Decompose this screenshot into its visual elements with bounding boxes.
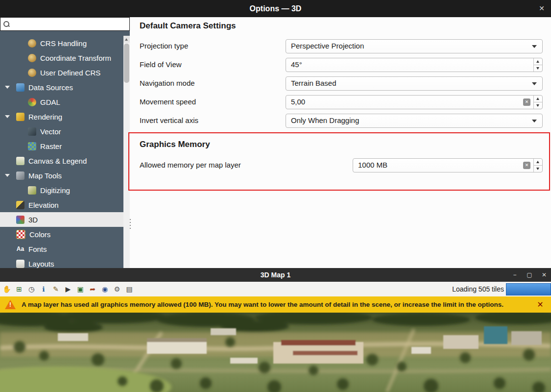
allowed-memory-label: Allowed memory per map layer — [140, 161, 241, 169]
save-image-icon[interactable]: ▣ — [75, 284, 85, 294]
spinner-value: 1000 MB — [358, 161, 387, 169]
scrollbar-thumb[interactable] — [124, 44, 129, 83]
export-scene-icon[interactable]: ➦ — [88, 284, 97, 294]
play-animation-icon[interactable]: ▶ — [63, 284, 73, 294]
sidebar-item-layouts[interactable]: Layouts — [0, 256, 130, 268]
clear-value-icon[interactable] — [523, 98, 530, 106]
sidebar-item-raster[interactable]: Raster — [0, 139, 130, 153]
sidebar-search — [0, 17, 130, 31]
navigation-mode-select[interactable]: Terrain Based — [286, 76, 543, 91]
sidebar-item-label: Raster — [40, 142, 62, 150]
splitter-handle[interactable] — [129, 218, 132, 229]
gdal-icon — [28, 98, 36, 106]
elevation-icon — [16, 201, 24, 209]
sidebar-item-fonts[interactable]: Fonts — [0, 242, 130, 256]
selected-value: Terrain Based — [291, 79, 336, 87]
maximize-icon[interactable]: ▢ — [526, 271, 533, 278]
animation-clock-icon[interactable]: ◷ — [26, 284, 36, 294]
allowed-memory-spinner[interactable]: 1000 MB — [353, 158, 543, 172]
field-of-view-label: Field of View — [140, 60, 182, 69]
field-of-view-spinner[interactable]: 45° — [286, 58, 543, 72]
map-window-title: 3D Map 1 — [261, 271, 290, 279]
options-3d-panel: Default Camera Settings Projection type … — [130, 17, 551, 268]
crs-icon — [28, 69, 36, 77]
allowed-memory-row: Allowed memory per map layer 1000 MB — [140, 158, 543, 172]
sidebar-item-3d[interactable]: 3D — [0, 212, 130, 227]
spinner-value: 45° — [291, 60, 302, 69]
sidebar-item-crs-handling[interactable]: CRS Handling — [0, 36, 130, 50]
search-icon — [3, 21, 9, 27]
sidebar-item-label: Digitizing — [40, 186, 70, 195]
sidebar-scrollbar[interactable] — [123, 36, 130, 268]
minimize-icon[interactable]: − — [511, 271, 519, 278]
settings-wrench-icon[interactable]: ⚙ — [112, 284, 122, 294]
map-3d-viewport[interactable] — [0, 313, 551, 392]
spin-buttons-icon[interactable] — [533, 58, 542, 72]
raster-icon — [28, 142, 36, 150]
rendering-icon — [16, 113, 24, 121]
window-title: Options — 3D — [250, 4, 302, 13]
pan-tool-icon[interactable]: ✋ — [2, 284, 12, 294]
sidebar-item-vector[interactable]: Vector — [0, 124, 130, 139]
digitizing-icon — [28, 186, 36, 195]
projection-type-select[interactable]: Perspective Projection — [286, 39, 543, 53]
field-of-view-row: Field of View 45° — [140, 58, 543, 72]
zoom-full-icon[interactable]: ⊞ — [14, 284, 24, 294]
crs-icon — [28, 54, 36, 62]
sidebar-item-label: Fonts — [28, 245, 47, 253]
dismiss-warning-icon[interactable]: ✕ — [535, 300, 545, 310]
options-titlebar: Options — 3D ✕ — [0, 0, 551, 17]
projection-type-label: Projection type — [140, 42, 188, 50]
chevron-down-icon[interactable] — [5, 174, 10, 177]
sidebar-item-elevation[interactable]: Elevation — [0, 197, 130, 212]
sidebar-item-label: Rendering — [28, 113, 62, 121]
options-dialog: CRS Handling Coordinate Transform User D… — [0, 17, 551, 268]
chevron-down-icon[interactable] — [5, 86, 10, 89]
sidebar-item-map-tools[interactable]: Map Tools — [0, 168, 130, 183]
close-window-icon[interactable]: ✕ — [536, 3, 547, 14]
sidebar-item-label: CRS Handling — [40, 39, 87, 48]
close-icon[interactable]: ✕ — [540, 271, 548, 278]
scroll-up-icon[interactable] — [123, 36, 130, 43]
movement-speed-spinner[interactable]: 5,00 — [286, 95, 543, 109]
sidebar-item-rendering[interactable]: Rendering — [0, 109, 130, 124]
camera-view-icon[interactable]: ◉ — [100, 284, 110, 294]
sidebar-item-label: Elevation — [28, 201, 59, 209]
sidebar-item-label: User Defined CRS — [40, 69, 100, 77]
chevron-down-icon[interactable] — [5, 115, 10, 118]
selected-value: Perspective Projection — [291, 42, 364, 50]
layouts-icon — [16, 260, 24, 268]
options-tree: CRS Handling Coordinate Transform User D… — [0, 36, 130, 268]
clear-value-icon[interactable] — [523, 162, 530, 169]
export-map-icon[interactable]: ▤ — [124, 284, 134, 294]
invert-axis-select[interactable]: Only When Dragging — [286, 114, 543, 128]
map-toolbar: ✋ ⊞ ◷ ℹ ✎ ▶ ▣ ➦ ◉ ⚙ ▤ Loading 505 tiles — [0, 282, 551, 297]
options-sidebar: CRS Handling Coordinate Transform User D… — [0, 17, 130, 268]
measure-icon[interactable]: ✎ — [51, 284, 61, 294]
spin-buttons-icon[interactable] — [533, 96, 542, 109]
sidebar-item-label: Colors — [29, 230, 50, 239]
invert-axis-row: Invert vertical axis Only When Dragging — [140, 114, 543, 128]
spin-buttons-icon[interactable] — [533, 159, 542, 172]
invert-axis-label: Invert vertical axis — [140, 116, 198, 124]
sidebar-item-data-sources[interactable]: Data Sources — [0, 80, 130, 95]
sidebar-item-label: Vector — [40, 127, 61, 136]
selected-value: Only When Dragging — [291, 116, 359, 124]
map-window-titlebar: 3D Map 1 − ▢ ✕ — [0, 268, 551, 282]
identify-icon[interactable]: ℹ — [39, 284, 48, 294]
progress-bar — [506, 283, 551, 295]
sidebar-item-coordinate-transform[interactable]: Coordinate Transform — [0, 50, 130, 65]
map-tools-icon — [16, 172, 24, 180]
vector-icon — [28, 127, 36, 136]
sidebar-item-canvas-legend[interactable]: Canvas & Legend — [0, 153, 130, 168]
sidebar-item-gdal[interactable]: GDAL — [0, 95, 130, 109]
spinner-value: 5,00 — [291, 98, 305, 106]
search-input[interactable] — [12, 19, 129, 29]
sidebar-item-user-defined-crs[interactable]: User Defined CRS — [0, 65, 130, 80]
data-sources-icon — [16, 83, 24, 92]
sidebar-item-digitizing[interactable]: Digitizing — [0, 183, 130, 197]
sidebar-item-label: 3D — [28, 216, 38, 224]
sidebar-item-label: Layouts — [28, 260, 54, 268]
sidebar-item-colors[interactable]: Colors — [0, 227, 130, 242]
graphics-memory-heading: Graphics Memory — [140, 140, 210, 149]
